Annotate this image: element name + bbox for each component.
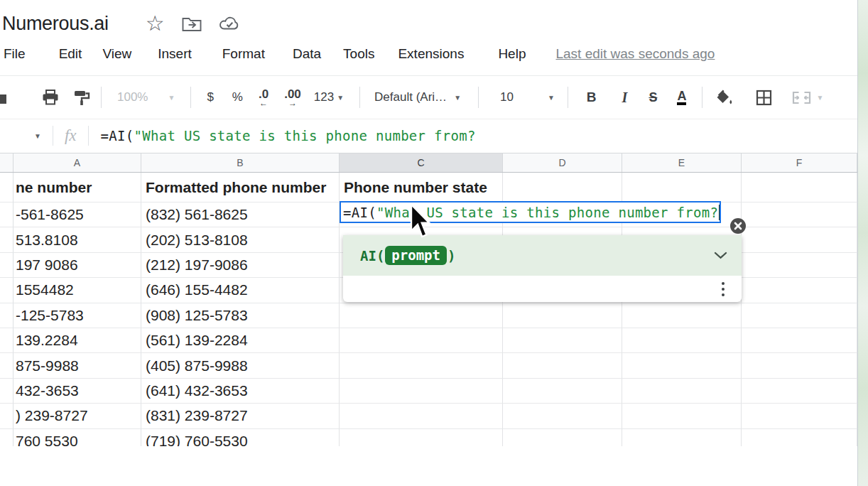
cell-a6[interactable]: -125-5783 (13, 303, 141, 328)
menu-insert[interactable]: Insert (158, 46, 192, 62)
cell-e7[interactable] (622, 328, 742, 353)
cell-a2[interactable]: -561-8625 (13, 202, 141, 227)
more-formats-arrow[interactable]: ▼ (337, 94, 344, 102)
increase-decimal-button[interactable]: .00→ (284, 88, 301, 107)
cell-e8[interactable] (622, 353, 742, 378)
cell-f5[interactable] (742, 278, 857, 303)
cell-d9[interactable] (503, 379, 622, 404)
menu-tools[interactable]: Tools (343, 46, 374, 62)
function-signature-row[interactable]: AI(prompt) (343, 235, 742, 276)
zoom-dropdown-arrow[interactable]: ▼ (168, 94, 175, 102)
cell-b1[interactable]: Formatted phone number (141, 173, 340, 202)
column-header-d[interactable]: D (503, 153, 622, 172)
cell-b7[interactable]: (561) 139-2284 (141, 328, 340, 353)
font-size-arrow[interactable]: ▼ (548, 94, 555, 102)
cell-b3[interactable]: (202) 513-8108 (141, 227, 340, 252)
font-family-arrow[interactable]: ▼ (454, 94, 461, 102)
cell-f8[interactable] (742, 353, 857, 378)
percent-format-button[interactable]: % (232, 90, 243, 104)
italic-button[interactable]: I (622, 90, 628, 106)
cell-editor[interactable]: =AI("What US state is this phone number … (340, 201, 721, 223)
cell-c11[interactable] (340, 429, 503, 446)
cell-d7[interactable] (503, 328, 622, 353)
cell-b10[interactable]: (831) 239-8727 (141, 404, 340, 428)
menu-edit[interactable]: Edit (59, 46, 82, 62)
cell-f1[interactable] (742, 173, 857, 202)
move-folder-icon[interactable] (182, 16, 202, 32)
cell-b9[interactable]: (641) 432-3653 (141, 379, 340, 404)
cell-c1[interactable]: Phone number state (340, 173, 503, 202)
cell-c8[interactable] (340, 353, 503, 378)
decrease-decimal-button[interactable]: .0← (259, 88, 268, 107)
cell-c9[interactable] (340, 379, 503, 404)
font-family-select[interactable]: Default (Ari… (374, 90, 447, 104)
strikethrough-button[interactable]: S (649, 90, 657, 105)
cell-b4[interactable]: (212) 197-9086 (141, 253, 340, 278)
borders-icon[interactable] (756, 90, 772, 106)
menu-help[interactable]: Help (498, 46, 526, 62)
cell-e11[interactable] (622, 429, 742, 446)
cell-f10[interactable] (742, 404, 857, 428)
menu-file[interactable]: File (4, 46, 26, 62)
cell-c10[interactable] (340, 404, 503, 428)
cloud-check-icon[interactable] (219, 16, 241, 31)
cell-a3[interactable]: 513.8108 (13, 227, 141, 252)
menu-format[interactable]: Format (222, 46, 265, 62)
column-header-e[interactable]: E (622, 153, 742, 172)
more-formats-button[interactable]: 123 (314, 90, 334, 104)
cell-b8[interactable]: (405) 875-9988 (141, 353, 340, 378)
menu-extensions[interactable]: Extensions (398, 46, 464, 62)
column-header-c[interactable]: C (340, 153, 503, 172)
cell-d11[interactable] (503, 429, 622, 446)
cell-d6[interactable] (503, 303, 622, 328)
cell-a4[interactable]: 197 9086 (13, 253, 141, 278)
cell-a10[interactable]: ) 239-8727 (13, 404, 141, 428)
bold-button[interactable]: B (587, 90, 597, 105)
close-icon[interactable] (730, 218, 746, 234)
cell-d10[interactable] (503, 404, 622, 428)
document-title[interactable]: Numerous.ai (2, 13, 109, 35)
merge-dropdown-arrow[interactable]: ▼ (816, 94, 823, 102)
star-icon[interactable]: ☆ (146, 13, 165, 34)
cell-e6[interactable] (622, 303, 742, 328)
cell-b2[interactable]: (832) 561-8625 (141, 202, 340, 227)
cell-f7[interactable] (742, 328, 857, 353)
cell-b11[interactable]: (719) 760-5530 (141, 429, 340, 446)
cell-e1[interactable] (622, 173, 742, 202)
fill-color-icon[interactable] (715, 90, 733, 106)
cell-d1[interactable] (503, 173, 622, 202)
column-header-f[interactable]: F (742, 153, 857, 172)
cell-a9[interactable]: 432-3653 (13, 379, 141, 404)
font-size-select[interactable]: 10 (500, 90, 514, 104)
cell-e10[interactable] (622, 404, 742, 428)
zoom-select[interactable]: 100% (117, 90, 148, 104)
menu-view[interactable]: View (102, 46, 131, 62)
menu-data[interactable]: Data (293, 46, 321, 62)
cell-f9[interactable] (742, 379, 857, 404)
chevron-down-icon[interactable] (714, 252, 727, 259)
cell-a8[interactable]: 875-9988 (13, 353, 141, 378)
text-color-button[interactable]: A (677, 90, 686, 106)
cell-e9[interactable] (622, 379, 742, 404)
cell-c7[interactable] (340, 328, 503, 353)
cell-f6[interactable] (742, 303, 857, 328)
cell-b5[interactable]: (646) 155-4482 (141, 278, 340, 303)
last-edit-status[interactable]: Last edit was seconds ago (555, 46, 715, 62)
column-header-a[interactable]: A (13, 153, 141, 172)
print-icon[interactable] (42, 90, 59, 105)
cell-c6[interactable] (340, 303, 503, 328)
cell-b6[interactable]: (908) 125-5783 (141, 303, 340, 328)
merge-cells-icon[interactable] (792, 91, 811, 104)
cell-a11[interactable]: 760 5530 (13, 429, 141, 446)
cell-f2[interactable] (742, 202, 857, 227)
column-header-b[interactable]: B (141, 153, 340, 172)
cell-a5[interactable]: 1554482 (13, 278, 141, 303)
cell-a7[interactable]: 139.2284 (13, 328, 141, 353)
formula-input[interactable]: =AI("What US state is this phone number … (101, 128, 476, 144)
cell-f3[interactable] (742, 227, 857, 252)
cell-f11[interactable] (742, 429, 857, 446)
currency-format-button[interactable]: $ (207, 90, 213, 104)
cell-d8[interactable] (503, 353, 622, 378)
cell-a1[interactable]: ne number (13, 173, 141, 202)
name-box-arrow[interactable]: ▼ (34, 132, 41, 140)
